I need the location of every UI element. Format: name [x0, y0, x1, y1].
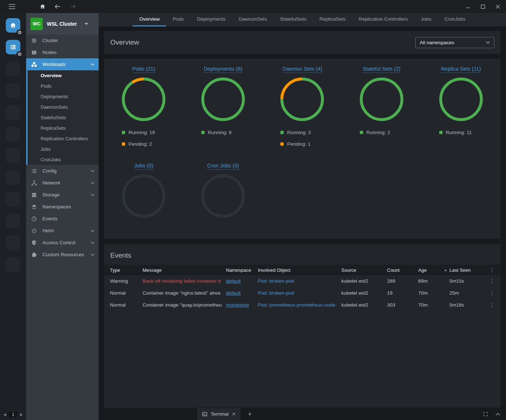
namespace-link[interactable]: default	[226, 290, 241, 296]
sidebar-subitem-replicasets[interactable]: ReplicaSets	[28, 123, 99, 133]
close-icon[interactable]: ✕	[232, 411, 236, 417]
sidebar-subitem-pods[interactable]: Pods	[28, 81, 99, 91]
sidebar-item-workloads[interactable]: Workloads	[26, 58, 99, 70]
chart-title-link[interactable]: Deployments (8)	[204, 66, 242, 73]
chart-title-link[interactable]: Stateful Sets (2)	[363, 66, 400, 73]
involved-object-link[interactable]: Pod: prometheus-prometheus-node-	[258, 302, 337, 308]
close-icon[interactable]	[495, 4, 500, 9]
tab-replication-controllers[interactable]: Replication Controllers	[352, 13, 415, 26]
tab-jobs[interactable]: Jobs	[415, 13, 438, 26]
event-last-seen: 5m18s	[449, 302, 489, 308]
home-icon[interactable]	[39, 3, 46, 10]
chart-title-link[interactable]: Pods (21)	[132, 66, 155, 73]
row-menu-icon[interactable]: ⋮	[489, 302, 495, 308]
column-header-message[interactable]: Message	[143, 267, 226, 273]
sidebar-item-helm[interactable]: Helm	[26, 225, 99, 237]
namespace-link[interactable]: monitoring	[226, 302, 249, 308]
menu-icon[interactable]	[9, 4, 15, 9]
event-message: Back-off restarting failed container b	[143, 278, 226, 284]
new-terminal-icon[interactable]: +	[248, 408, 252, 420]
chart-title-link[interactable]: Jobs (0)	[134, 163, 153, 170]
legend-color-swatch	[201, 131, 205, 134]
chevron-down-icon	[486, 41, 490, 44]
maximize-icon[interactable]	[481, 4, 485, 9]
pager-next-icon[interactable]: ▶	[20, 413, 22, 416]
sidebar-item-namespaces[interactable]: Namespaces	[26, 201, 99, 213]
tab-statefulsets[interactable]: StatefulSets	[273, 13, 313, 26]
hotbar-empty-slot[interactable]	[6, 257, 20, 272]
sidebar-item-network[interactable]: Network	[26, 177, 99, 189]
sidebar-item-nodes[interactable]: Nodes	[26, 46, 99, 58]
tab-deployments[interactable]: Deployments	[190, 13, 232, 26]
hotbar-empty-slot[interactable]	[6, 149, 20, 163]
event-row[interactable]: NormalContainer image "quay.io/prometheu…	[104, 299, 501, 311]
chart-title-link[interactable]: Daemon Sets (4)	[283, 66, 322, 73]
column-header-type[interactable]: Type	[110, 267, 143, 273]
sidebar-subitem-deployments[interactable]: Deployments	[28, 91, 99, 102]
sidebar-item-config[interactable]: Config	[26, 165, 99, 177]
terminal-tab-label: Terminal	[211, 411, 229, 417]
terminal-tab[interactable]: Terminal ✕	[197, 408, 240, 420]
hotbar-empty-slot[interactable]	[6, 62, 20, 76]
namespace-link[interactable]: default	[226, 278, 241, 284]
overview-header-panel: Overview All namespaces	[104, 31, 501, 54]
sidebar-item-events[interactable]: Events	[26, 213, 99, 225]
sidebar-subitem-replication-controllers[interactable]: Replication Controllers	[28, 133, 99, 144]
sidebar-item-access-control[interactable]: Access Control	[26, 237, 99, 249]
tab-cronjobs[interactable]: CronJobs	[438, 13, 472, 26]
namespace-select[interactable]: All namespaces	[415, 37, 494, 48]
sidebar-subitem-daemonsets[interactable]: DaemonSets	[28, 102, 99, 112]
chart-title-link[interactable]: Cron Jobs (0)	[207, 163, 239, 170]
pager-prev-icon[interactable]: ◀	[4, 413, 6, 416]
hotbar-empty-slot[interactable]	[6, 192, 20, 207]
tab-daemonsets[interactable]: DaemonSets	[232, 13, 273, 26]
column-header-namespace[interactable]: Namespace	[226, 267, 258, 273]
hotbar-item-catalog[interactable]: ⚙	[6, 40, 20, 54]
table-menu-icon[interactable]: ⋮	[489, 267, 495, 273]
column-header-count[interactable]: Count	[387, 267, 418, 273]
sidebar-item-storage[interactable]: Storage	[26, 189, 99, 201]
hotbar-empty-slot[interactable]	[6, 127, 20, 141]
back-icon[interactable]	[54, 4, 61, 9]
legend-color-swatch	[280, 142, 284, 146]
expand-dock-icon[interactable]	[483, 411, 488, 417]
chart-title-link[interactable]: Replica Sets (11)	[441, 66, 481, 73]
sidebar-subitem-overview[interactable]: Overview	[28, 70, 99, 81]
tab-pods[interactable]: Pods	[166, 13, 190, 26]
hotbar-empty-slot[interactable]	[6, 83, 20, 98]
legend-label: Running: 3	[287, 130, 310, 135]
tab-overview[interactable]: Overview	[133, 13, 166, 26]
column-header-last-seen[interactable]: Last Seen	[449, 267, 489, 273]
legend-label: Running: 11	[446, 130, 472, 135]
tab-replicasets[interactable]: ReplicaSets	[313, 13, 352, 26]
event-row[interactable]: WarningBack-off restarting failed contai…	[104, 275, 501, 287]
row-menu-icon[interactable]: ⋮	[489, 278, 495, 284]
sidebar-subitem-statefulsets[interactable]: StatefulSets	[28, 112, 99, 123]
sidebar-item-cluster[interactable]: Cluster	[26, 34, 99, 46]
column-header-source[interactable]: Source	[341, 267, 387, 273]
involved-object-link[interactable]: Pod: broken-pod	[258, 278, 294, 284]
chevron-up-icon[interactable]	[495, 413, 500, 416]
cluster-selector[interactable]: WC WSL Cluster	[26, 13, 99, 34]
row-menu-icon[interactable]: ⋮	[489, 290, 495, 296]
hotbar-empty-slot[interactable]	[6, 236, 20, 250]
minimize-icon[interactable]	[466, 4, 470, 9]
hotbar-empty-slot[interactable]	[6, 105, 20, 120]
forward-icon[interactable]	[69, 4, 77, 9]
sidebar-subitem-cronjobs[interactable]: CronJobs	[28, 154, 99, 165]
event-row[interactable]: NormalContainer image "nginx:latest" alr…	[104, 287, 501, 299]
gear-icon[interactable]: ⚙	[16, 29, 23, 36]
events-icon	[30, 216, 38, 222]
events-title: Events	[104, 244, 501, 265]
sidebar-subitem-jobs[interactable]: Jobs	[28, 144, 99, 154]
catalog-icon	[9, 43, 17, 51]
gear-icon[interactable]: ⚙	[16, 51, 23, 58]
sidebar-item-custom-resources[interactable]: Custom Resources	[26, 249, 99, 261]
column-header-age[interactable]: Age▲	[418, 267, 449, 273]
hotbar-item-home[interactable]: ⚙	[6, 18, 20, 33]
event-type: Warning	[110, 278, 143, 284]
hotbar-empty-slot[interactable]	[6, 214, 20, 228]
hotbar-empty-slot[interactable]	[6, 170, 20, 185]
column-header-involved-object[interactable]: Involved Object	[258, 267, 341, 273]
involved-object-link[interactable]: Pod: broken-pod	[258, 290, 294, 296]
